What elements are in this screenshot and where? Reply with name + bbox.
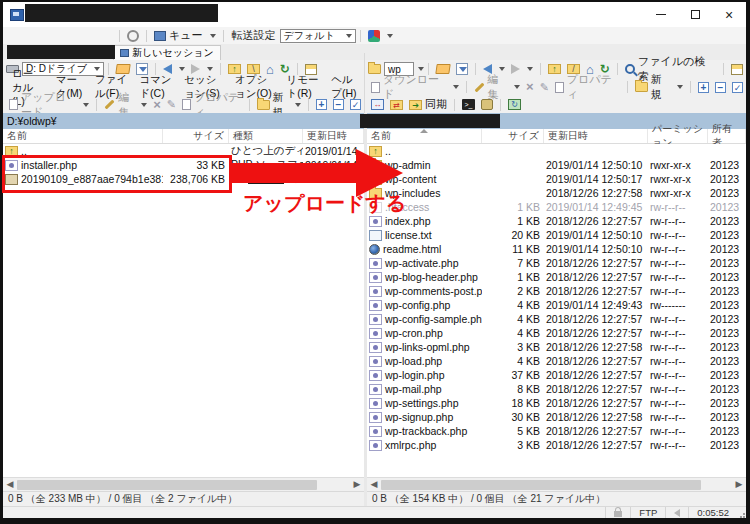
file-row-readme.html[interactable]: readme.html11 KB2019/01/14 12:50:10rw-r-… bbox=[367, 242, 746, 256]
select-plus-icon: + bbox=[698, 82, 709, 93]
perm-text: rw-r--r-- bbox=[650, 271, 686, 283]
file-row-wp-settings.php[interactable]: wp-settings.php18 KB2018/12/26 12:27:57r… bbox=[367, 396, 746, 410]
cell-size bbox=[482, 144, 544, 158]
cell-owner: 20123 bbox=[708, 214, 746, 228]
column-header-1[interactable]: サイズ bbox=[163, 129, 229, 143]
column-header-2[interactable]: 更新日時 bbox=[544, 129, 648, 143]
session-color-button[interactable] bbox=[365, 29, 396, 43]
file-row-wp-load.php[interactable]: wp-load.php4 KB2018/12/26 12:27:57rw-r--… bbox=[367, 354, 746, 368]
custom-command-button[interactable] bbox=[478, 98, 496, 111]
file-row-wp-links-opml.php[interactable]: wp-links-opml.php3 KB2018/12/26 12:27:58… bbox=[367, 340, 746, 354]
remote-rename-button[interactable]: ✎ bbox=[537, 80, 552, 95]
column-header-3[interactable]: パーミッション bbox=[648, 129, 708, 143]
scrollbar-thumb[interactable] bbox=[381, 480, 701, 490]
file-row-wp-config.php[interactable]: wp-config.php4 KB2019/01/14 12:49:43rw--… bbox=[367, 298, 746, 312]
column-header-0[interactable]: 名前 bbox=[367, 129, 482, 143]
file-row-index.php[interactable]: index.php1 KB2018/12/26 12:27:57rw-r--r-… bbox=[367, 214, 746, 228]
remote-status-bar: 0 B （全 154 KB 中） / 0 個目 （全 21 ファイル中） bbox=[367, 491, 746, 506]
selection-checkbox-icon: ✓ bbox=[350, 99, 361, 110]
remote-unselect-button[interactable]: − bbox=[712, 81, 729, 94]
cell-size: 1 KB bbox=[482, 214, 544, 228]
file-row-wp-includes[interactable]: wp-includes2018/12/26 12:27:58rwxr-xr-x2… bbox=[367, 186, 746, 200]
compare-directories-button[interactable]: ↔ bbox=[368, 98, 387, 111]
session-color-icon bbox=[368, 30, 380, 42]
file-row-license.txt[interactable]: license.txt20 KB2019/01/14 12:50:10rw-r-… bbox=[367, 228, 746, 242]
cell-perm: rw-r--r-- bbox=[648, 214, 708, 228]
file-row-xmlrpc.php[interactable]: xmlrpc.php3 KB2018/12/26 12:27:57rw-r--r… bbox=[367, 438, 746, 452]
notifications-cell[interactable] bbox=[665, 507, 688, 518]
scroll-right-icon[interactable]: ▶ bbox=[732, 478, 746, 491]
file-row-wp-cron.php[interactable]: wp-cron.php4 KB2018/12/26 12:27:57rw-r--… bbox=[367, 326, 746, 340]
minimize-button[interactable] bbox=[644, 2, 678, 27]
cell-date: 2018/12/26 12:27:57 bbox=[544, 326, 648, 340]
file-row-wp-blog-header.php[interactable]: wp-blog-header.php1 KB2018/12/26 12:27:5… bbox=[367, 270, 746, 284]
cell-perm: rw-r--r-- bbox=[648, 242, 708, 256]
new-session-tab[interactable]: 新しいセッション bbox=[113, 45, 221, 60]
perm-text: rw-r--r-- bbox=[650, 229, 686, 241]
cell-size: 3 KB bbox=[482, 340, 544, 354]
column-header-4[interactable]: 所有者 bbox=[708, 129, 746, 143]
local-delete-button[interactable]: × bbox=[150, 98, 164, 112]
protocol-cell[interactable]: FTP bbox=[630, 507, 665, 518]
scroll-left-icon[interactable]: ◀ bbox=[367, 478, 381, 491]
remote-select-button[interactable]: + bbox=[695, 81, 712, 94]
file-row-wp-login.php[interactable]: wp-login.php37 KB2018/12/26 12:27:57rw-r… bbox=[367, 368, 746, 382]
perm-text: rw-r--r-- bbox=[650, 243, 686, 255]
open-console-button[interactable]: >_ bbox=[459, 98, 478, 111]
owner-text: 20123 bbox=[710, 285, 739, 297]
chevron-down-icon bbox=[83, 103, 89, 107]
file-row-wp-activate.php[interactable]: wp-activate.php7 KB2018/12/26 12:27:57rw… bbox=[367, 256, 746, 270]
file-icon bbox=[369, 356, 382, 367]
cell-perm: rw------- bbox=[648, 298, 708, 312]
owner-text: 20123 bbox=[710, 229, 739, 241]
transfer-preset-dropdown[interactable]: デフォルト bbox=[280, 29, 356, 43]
synchronize-browsing-button[interactable]: ⇄ bbox=[387, 99, 406, 111]
file-row-wp-admin[interactable]: wp-admin2019/01/14 12:50:10rwxr-xr-x2012… bbox=[367, 158, 746, 172]
local-path-bar[interactable]: D:¥oldwp¥ bbox=[3, 113, 364, 129]
column-header-2[interactable]: 種類 bbox=[229, 129, 303, 143]
local-unselect-button[interactable]: − bbox=[330, 98, 347, 111]
cell-date: 2018/12/26 12:27:57 bbox=[544, 424, 648, 438]
date-text: 2018/12/26 12:27:57 bbox=[546, 271, 642, 283]
file-row-wp-signup.php[interactable]: wp-signup.php30 KB2018/12/26 12:27:58rw-… bbox=[367, 410, 746, 424]
maximize-button[interactable] bbox=[678, 2, 712, 27]
file-row-parent[interactable]: ↑.. bbox=[367, 144, 746, 158]
column-header-0[interactable]: 名前 bbox=[3, 129, 163, 143]
scrollbar-thumb[interactable] bbox=[17, 480, 317, 490]
cell-name: wp-blog-header.php bbox=[367, 270, 482, 284]
resize-grip[interactable] bbox=[737, 510, 745, 518]
preferences-button[interactable] bbox=[124, 29, 142, 43]
local-select-button[interactable]: + bbox=[313, 98, 330, 111]
cell-size: 30 KB bbox=[482, 410, 544, 424]
scroll-left-icon[interactable]: ◀ bbox=[3, 478, 17, 491]
file-row-wp-comments-post.php[interactable]: wp-comments-post.php2 KB2018/12/26 12:27… bbox=[367, 284, 746, 298]
queue-button[interactable]: キュー bbox=[151, 27, 219, 44]
background-transfer-button[interactable]: ↻ bbox=[505, 98, 524, 111]
synchronize-button[interactable]: ➔ 同期 bbox=[406, 96, 450, 113]
file-row-wp-content[interactable]: wp-content2019/01/14 12:50:17rwxr-xr-x20… bbox=[367, 172, 746, 186]
cell-perm: rwxr-xr-x bbox=[648, 186, 708, 200]
remote-horizontal-scrollbar[interactable]: ◀ ▶ bbox=[367, 477, 746, 491]
remote-selection-filter-button[interactable]: ✓ bbox=[729, 81, 746, 94]
column-header-1[interactable]: サイズ bbox=[482, 129, 544, 143]
local-horizontal-scrollbar[interactable]: ◀ ▶ bbox=[3, 477, 364, 491]
local-selection-filter-button[interactable]: ✓ bbox=[347, 98, 364, 111]
column-header-3[interactable]: 更新日時 bbox=[303, 129, 364, 143]
file-row-wp-config-sample.php[interactable]: wp-config-sample.php4 KB2018/12/26 12:27… bbox=[367, 312, 746, 326]
cell-owner: 20123 bbox=[708, 326, 746, 340]
cell-name: wp-login.php bbox=[367, 368, 482, 382]
cell-date: 2018/12/26 12:27:57 bbox=[544, 284, 648, 298]
file-row-wp-mail.php[interactable]: wp-mail.php8 KB2018/12/26 12:27:57rw-r--… bbox=[367, 382, 746, 396]
properties-icon bbox=[555, 82, 564, 93]
redaction-session-tab bbox=[7, 45, 115, 59]
file-row-wp-trackback.php[interactable]: wp-trackback.php5 KB2018/12/26 12:27:57r… bbox=[367, 424, 746, 438]
local-rename-button[interactable]: ✎ bbox=[164, 97, 179, 112]
close-button[interactable]: × bbox=[712, 2, 746, 27]
scroll-right-icon[interactable]: ▶ bbox=[350, 478, 364, 491]
remote-delete-button[interactable]: × bbox=[523, 80, 537, 94]
column-header-label: 名前 bbox=[371, 129, 391, 143]
cell-name: wp-config.php bbox=[367, 298, 482, 312]
cell-perm: rw-r--r-- bbox=[648, 354, 708, 368]
file-row-.htaccess[interactable]: .htaccess1 KB2019/01/14 12:49:45rw-r--r-… bbox=[367, 200, 746, 214]
console-icon: >_ bbox=[462, 99, 475, 110]
